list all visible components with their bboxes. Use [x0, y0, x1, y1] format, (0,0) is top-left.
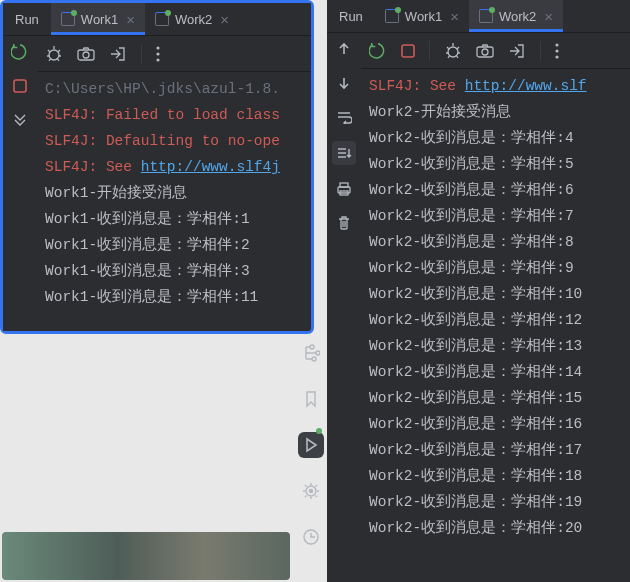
console-line: Work2-收到消息是：学相伴:6 — [369, 177, 622, 203]
svg-point-21 — [310, 490, 313, 493]
debug-icon[interactable] — [444, 42, 462, 60]
rerun-button[interactable] — [10, 42, 30, 62]
run-icon[interactable] — [298, 432, 324, 458]
tab-bar: Run Work1 × Work2 × — [327, 0, 630, 33]
app-icon — [155, 12, 169, 26]
rerun-button[interactable] — [369, 42, 387, 60]
tab-work2[interactable]: Work2 × — [469, 0, 563, 32]
console-line: SLF4J: See http://www.slf — [369, 73, 622, 99]
console-line: Work2-收到消息是：学相伴:13 — [369, 333, 622, 359]
soft-wrap-button[interactable] — [334, 107, 354, 127]
app-icon — [61, 12, 75, 26]
console-line: Work2-收到消息是：学相伴:20 — [369, 515, 622, 541]
console-line: Work2-收到消息是：学相伴:10 — [369, 281, 622, 307]
link[interactable]: http://www.slf4j — [141, 159, 280, 175]
console-line: Work2-收到消息是：学相伴:12 — [369, 307, 622, 333]
divider — [540, 41, 541, 61]
run-tool-window-right: Run Work1 × Work2 × — [327, 0, 630, 582]
link[interactable]: http://www.slf — [465, 78, 587, 94]
image-thumbnail — [2, 532, 290, 580]
close-icon[interactable]: × — [126, 11, 135, 28]
console-line: SLF4J: See http://www.slf4j — [45, 154, 303, 180]
console-line: Work1-收到消息是：学相伴:3 — [45, 258, 303, 284]
services-icon[interactable] — [298, 478, 324, 504]
scroll-to-end-button[interactable] — [10, 110, 30, 130]
svg-point-18 — [316, 351, 320, 355]
svg-point-14 — [555, 43, 558, 46]
console-line: Work1-收到消息是：学相伴:1 — [45, 206, 303, 232]
console-line: Work2-收到消息是：学相伴:14 — [369, 359, 622, 385]
svg-rect-8 — [340, 183, 348, 187]
scroll-to-end-button[interactable] — [332, 141, 356, 165]
more-icon[interactable] — [156, 46, 160, 62]
console-line: Work2-收到消息是：学相伴:16 — [369, 411, 622, 437]
console-line: Work2-收到消息是：学相伴:7 — [369, 203, 622, 229]
svg-rect-10 — [402, 45, 414, 57]
svg-point-3 — [83, 52, 89, 58]
svg-point-6 — [156, 58, 159, 61]
console-line: Work2-收到消息是：学相伴:15 — [369, 385, 622, 411]
svg-point-15 — [555, 49, 558, 52]
console-line: Work2-收到消息是：学相伴:8 — [369, 229, 622, 255]
svg-point-4 — [156, 46, 159, 49]
svg-point-13 — [482, 49, 488, 55]
tab-label: Work1 — [405, 9, 442, 24]
console-line: Work1-收到消息是：学相伴:2 — [45, 232, 303, 258]
toolbar — [37, 36, 311, 72]
tab-work1[interactable]: Work1 × — [51, 3, 145, 35]
exit-icon[interactable] — [508, 43, 526, 59]
svg-point-5 — [156, 52, 159, 55]
stop-button[interactable] — [401, 44, 415, 58]
console-line: Work2-开始接受消息 — [369, 99, 622, 125]
left-tool-rail — [294, 340, 328, 550]
tab-label: Work2 — [175, 12, 212, 27]
camera-icon[interactable] — [77, 46, 95, 62]
console-line: C:\Users\HP\.jdks\azul-1.8. — [45, 76, 303, 102]
console-line: Work2-收到消息是：学相伴:5 — [369, 151, 622, 177]
side-toolbar — [327, 33, 361, 582]
debug-icon[interactable] — [45, 45, 63, 63]
run-label: Run — [327, 0, 375, 32]
exit-icon[interactable] — [109, 46, 127, 62]
app-icon — [385, 9, 399, 23]
console-line: Work2-收到消息是：学相伴:17 — [369, 437, 622, 463]
tab-label: Work1 — [81, 12, 118, 27]
close-icon[interactable]: × — [450, 8, 459, 25]
camera-icon[interactable] — [476, 43, 494, 59]
console-line: Work2-收到消息是：学相伴:9 — [369, 255, 622, 281]
run-label: Run — [3, 3, 51, 35]
svg-rect-0 — [14, 80, 26, 92]
tab-bar: Run Work1 × Work2 × — [3, 3, 311, 36]
tab-label: Work2 — [499, 9, 536, 24]
trash-button[interactable] — [334, 213, 354, 233]
console-output[interactable]: C:\Users\HP\.jdks\azul-1.8.SLF4J: Failed… — [37, 72, 311, 331]
svg-point-19 — [312, 357, 316, 361]
app-icon — [479, 9, 493, 23]
divider — [429, 41, 430, 61]
structure-icon[interactable] — [298, 340, 324, 366]
more-icon[interactable] — [555, 43, 559, 59]
recent-icon[interactable] — [298, 524, 324, 550]
console-line: Work1-收到消息是：学相伴:11 — [45, 284, 303, 310]
svg-point-16 — [555, 55, 558, 58]
bookmarks-icon[interactable] — [298, 386, 324, 412]
console-line: Work2-收到消息是：学相伴:18 — [369, 463, 622, 489]
tab-work2[interactable]: Work2 × — [145, 3, 239, 35]
console-line: SLF4J: Defaulting to no-ope — [45, 128, 303, 154]
side-toolbar — [3, 36, 37, 331]
console-output[interactable]: SLF4J: See http://www.slfWork2-开始接受消息Wor… — [361, 69, 630, 582]
close-icon[interactable]: × — [544, 8, 553, 25]
console-line: Work2-收到消息是：学相伴:19 — [369, 489, 622, 515]
console-line: SLF4J: Failed to load class — [45, 102, 303, 128]
run-tool-window-left: Run Work1 × Work2 × — [0, 0, 314, 334]
toolbar — [361, 33, 630, 69]
up-button[interactable] — [334, 39, 354, 59]
svg-point-17 — [310, 345, 314, 349]
down-button[interactable] — [334, 73, 354, 93]
divider — [141, 44, 142, 64]
print-button[interactable] — [334, 179, 354, 199]
close-icon[interactable]: × — [220, 11, 229, 28]
stop-button[interactable] — [10, 76, 30, 96]
tab-work1[interactable]: Work1 × — [375, 0, 469, 32]
console-line: Work1-开始接受消息 — [45, 180, 303, 206]
